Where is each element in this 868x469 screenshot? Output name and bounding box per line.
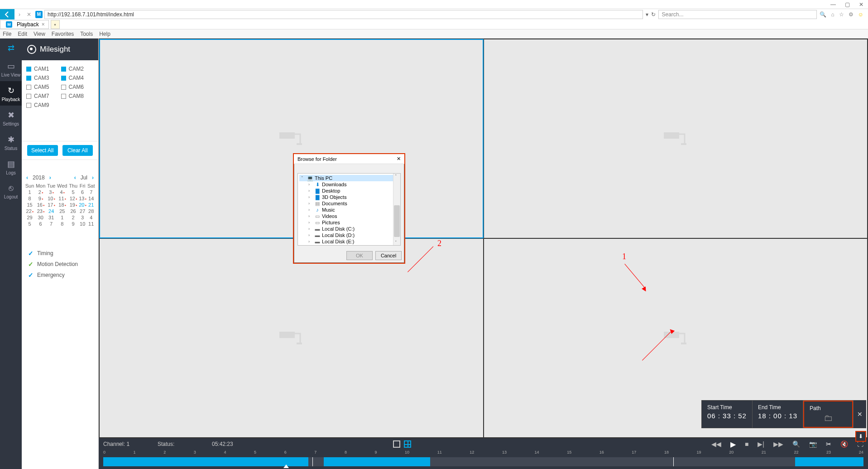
calendar-day[interactable]: 27 (78, 208, 87, 214)
expand-icon[interactable]: › (308, 220, 313, 225)
expand-icon[interactable]: › (308, 201, 313, 206)
calendar-day[interactable]: 10 (46, 195, 56, 202)
zoom-icon[interactable]: 🔍 (792, 440, 800, 448)
dialog-close-icon[interactable]: ✕ (397, 156, 401, 162)
download-path-button[interactable]: Path 🗀 (803, 401, 853, 428)
cut-icon[interactable]: ✂ (826, 440, 831, 448)
expand-icon[interactable]: ˅ (301, 176, 306, 180)
expand-icon[interactable]: › (308, 233, 313, 237)
timeline-track[interactable] (103, 457, 863, 466)
select-all-button[interactable]: Select All (27, 145, 58, 156)
gear-icon[interactable]: ⚙ (849, 11, 854, 18)
layout-single-icon[interactable] (393, 440, 400, 448)
calendar-day[interactable]: 8 (56, 221, 68, 227)
timeline-playhead-icon[interactable] (283, 464, 289, 468)
calendar-day[interactable]: 6 (78, 189, 87, 195)
window-minimize-icon[interactable]: — (830, 1, 836, 8)
calendar-day[interactable]: 30 (35, 214, 46, 221)
calendar-day[interactable]: 1 (24, 189, 35, 195)
checkbox-icon[interactable] (61, 85, 66, 90)
forward-button[interactable]: › (14, 9, 24, 19)
search-icon[interactable]: 🔍 (820, 11, 826, 18)
scroll-down-icon[interactable]: ˅ (395, 240, 397, 245)
timeline[interactable]: 0123456789101112131415161718192021222324 (99, 450, 868, 469)
favorites-icon[interactable]: ☆ (839, 11, 844, 18)
dropdown-icon[interactable]: ▾ (646, 11, 648, 18)
expand-icon[interactable]: › (308, 227, 313, 231)
download-close-button[interactable]: ✕ (853, 401, 866, 428)
new-tab-button[interactable]: ▫ (51, 20, 60, 29)
rail-logout[interactable]: ⎋Logout (0, 179, 22, 203)
calendar-day[interactable]: 3 (78, 214, 87, 221)
step-icon[interactable]: ▶| (758, 440, 764, 448)
tab-close-icon[interactable]: × (42, 21, 45, 28)
url-bar[interactable]: http://192.168.7.101/html/index.html (44, 10, 643, 19)
calendar-day[interactable]: 8 (24, 195, 35, 202)
tree-node[interactable]: ›▇Desktop (299, 188, 399, 194)
window-close-icon[interactable]: ✕ (859, 1, 863, 8)
checkbox-icon[interactable] (26, 76, 31, 81)
scroll-up-icon[interactable]: ˄ (395, 174, 397, 179)
calendar-day[interactable]: 31 (46, 214, 56, 221)
calendar-day[interactable]: 9 (68, 221, 78, 227)
camera-item[interactable]: CAM1 (26, 66, 59, 72)
year-prev-icon[interactable]: ‹ (26, 174, 28, 181)
calendar-day[interactable]: 7 (46, 221, 56, 227)
audio-icon[interactable]: 🔇 (840, 440, 848, 448)
camera-item[interactable]: CAM2 (61, 66, 94, 72)
calendar-day[interactable]: 16 (35, 202, 46, 208)
month-next-icon[interactable]: › (92, 174, 94, 181)
menu-file[interactable]: File (3, 31, 11, 37)
video-cell-3[interactable] (100, 239, 483, 437)
checkbox-icon[interactable] (26, 103, 31, 108)
expand-icon[interactable]: › (308, 182, 313, 187)
snapshot-icon[interactable]: 📷 (809, 440, 817, 448)
rail-settings[interactable]: ✖Settings (0, 106, 22, 130)
tree-node[interactable]: ›▬Local Disk (E:) (299, 238, 399, 245)
calendar-day[interactable]: 19 (68, 202, 78, 208)
rail-swap[interactable]: ⇄ (0, 39, 22, 57)
download-start-button[interactable]: ⬇ (855, 431, 866, 442)
calendar-day[interactable]: 2 (35, 189, 46, 195)
calendar-day[interactable]: 12 (68, 195, 78, 202)
calendar-day[interactable]: 4 (86, 214, 96, 221)
checkbox-icon[interactable] (26, 67, 31, 72)
tree-node[interactable]: ›▬Local Disk (C:) (299, 226, 399, 232)
calendar-day[interactable]: 5 (24, 221, 35, 227)
camera-item[interactable]: CAM8 (61, 93, 94, 99)
rail-logs[interactable]: ▤Logs (0, 155, 22, 179)
calendar-day[interactable]: 20 (78, 202, 87, 208)
tree-node[interactable]: ›⬇Downloads (299, 181, 399, 188)
year-next-icon[interactable]: › (49, 174, 51, 181)
camera-item[interactable]: CAM9 (26, 102, 59, 108)
calendar-day[interactable]: 18 (56, 202, 68, 208)
camera-item[interactable]: CAM7 (26, 93, 59, 99)
calendar-day[interactable]: 26 (68, 208, 78, 214)
menu-edit[interactable]: Edit (18, 31, 27, 37)
menu-view[interactable]: View (34, 31, 45, 37)
calendar-day[interactable]: 15 (24, 202, 35, 208)
forward-icon[interactable]: ▶▶ (773, 440, 783, 448)
calendar-day[interactable]: 5 (68, 189, 78, 195)
calendar-day[interactable]: 13 (78, 195, 87, 202)
checkbox-icon[interactable] (61, 94, 66, 99)
expand-icon[interactable]: › (308, 214, 313, 218)
calendar-day[interactable]: 6 (35, 221, 46, 227)
month-prev-icon[interactable]: ‹ (74, 174, 76, 181)
calendar-day[interactable]: 23 (35, 208, 46, 214)
calendar-day[interactable]: 21 (86, 202, 96, 208)
calendar-day[interactable]: 29 (24, 214, 35, 221)
tree-node[interactable]: ›▇3D Objects (299, 194, 399, 200)
camera-item[interactable]: CAM3 (26, 75, 59, 81)
calendar-day[interactable]: 17 (46, 202, 56, 208)
folder-tree[interactable]: ˅💻This PC›⬇Downloads›▇Desktop›▇3D Object… (297, 173, 401, 246)
rail-live-view[interactable]: ▭Live View (0, 57, 22, 81)
ok-button[interactable]: OK (346, 251, 373, 260)
menu-favorites[interactable]: Favorites (52, 31, 74, 37)
tree-node[interactable]: ˅💻This PC (299, 175, 399, 181)
home-icon[interactable]: ⌂ (831, 11, 834, 18)
calendar-day[interactable]: 24 (46, 208, 56, 214)
camera-item[interactable]: CAM4 (61, 75, 94, 81)
camera-item[interactable]: CAM6 (61, 84, 94, 90)
rail-playback[interactable]: ↻Playback (0, 81, 22, 106)
